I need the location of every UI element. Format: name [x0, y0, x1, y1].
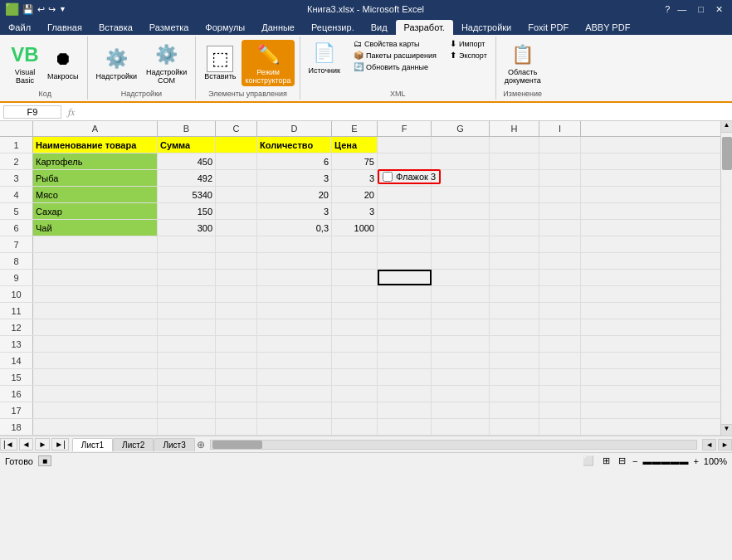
checkbox-flajok3-input[interactable]	[383, 172, 393, 182]
cell-c9[interactable]	[216, 270, 257, 285]
maximize-button[interactable]: □	[694, 4, 708, 14]
cell-h3[interactable]	[490, 170, 539, 186]
scroll-down-button[interactable]: ▼	[721, 424, 732, 436]
oblast-button[interactable]: 📋 Областьдокумента	[501, 40, 544, 86]
cell-f6[interactable]	[378, 220, 432, 236]
cell-e8[interactable]	[332, 253, 378, 269]
cell-h5[interactable]	[490, 203, 539, 219]
cell-e6[interactable]: 1000	[332, 220, 378, 236]
cell-a5[interactable]: Сахар	[33, 203, 158, 219]
tab-developer[interactable]: Разработ.	[396, 20, 453, 35]
zoom-out-button[interactable]: −	[632, 456, 637, 466]
row-num-16[interactable]: 16	[0, 386, 33, 402]
close-button[interactable]: ✕	[711, 4, 727, 15]
vstavit-button[interactable]: ⬚ Вставить	[201, 44, 239, 82]
cell-g4[interactable]	[432, 187, 490, 202]
cell-b10[interactable]	[158, 286, 216, 302]
row-num-1[interactable]: 1	[0, 137, 33, 153]
cell-e5[interactable]: 3	[332, 203, 378, 219]
cell-e7[interactable]	[332, 236, 378, 252]
cell-i1[interactable]	[539, 137, 581, 153]
cell-g9[interactable]	[432, 270, 490, 285]
cell-g7[interactable]	[432, 236, 490, 252]
cell-b5[interactable]: 150	[158, 203, 216, 219]
cell-e10[interactable]	[332, 286, 378, 302]
eksport-button[interactable]: ⬆ Экспорт	[447, 50, 490, 61]
visual-basic-button[interactable]: VB VisualBasic	[8, 40, 41, 86]
cell-a3[interactable]: Рыба	[33, 170, 158, 186]
cell-c5[interactable]	[216, 203, 257, 219]
obnovit-button[interactable]: 🔄 Обновить данные	[350, 61, 440, 72]
cell-i10[interactable]	[539, 286, 581, 302]
import-button[interactable]: ⬇ Импорт	[447, 38, 490, 49]
cell-b8[interactable]	[158, 253, 216, 269]
insert-sheet-button[interactable]: ⊕	[197, 439, 205, 450]
cell-e3[interactable]: 3	[332, 170, 378, 186]
cell-b6[interactable]: 300	[158, 220, 216, 236]
col-header-e[interactable]: E	[332, 121, 378, 136]
cell-d4[interactable]: 20	[257, 187, 332, 202]
cell-d6[interactable]: 0,3	[257, 220, 332, 236]
zoom-level[interactable]: 100%	[704, 456, 727, 466]
cell-a1[interactable]: Наименование товара	[33, 137, 158, 153]
cell-d10[interactable]	[257, 286, 332, 302]
cell-f5[interactable]	[378, 203, 432, 219]
cell-g8[interactable]	[432, 253, 490, 269]
cell-d1[interactable]: Количество	[257, 137, 332, 153]
cell-i9[interactable]	[539, 270, 581, 285]
cell-b7[interactable]	[158, 236, 216, 252]
col-header-c[interactable]: C	[216, 121, 257, 136]
cell-c8[interactable]	[216, 253, 257, 269]
cell-d9[interactable]	[257, 270, 332, 285]
cell-c3[interactable]	[216, 170, 257, 186]
cell-e9[interactable]	[332, 270, 378, 285]
cell-h4[interactable]	[490, 187, 539, 202]
nadstroyki-com-button[interactable]: ⚙️ НадстройкиCOM	[143, 40, 190, 86]
pakety-button[interactable]: 📦 Пакеты расширения	[350, 50, 440, 61]
cell-d7[interactable]	[257, 236, 332, 252]
sheet-nav-last[interactable]: ►|	[51, 438, 69, 450]
cell-i4[interactable]	[539, 187, 581, 202]
sheet-tab-list2[interactable]: Лист2	[113, 438, 154, 451]
row-num-5[interactable]: 5	[0, 203, 33, 219]
row-num-13[interactable]: 13	[0, 336, 33, 352]
cell-a10[interactable]	[33, 286, 158, 302]
cell-h8[interactable]	[490, 253, 539, 269]
horizontal-scrollbar[interactable]	[210, 440, 697, 450]
cell-e2[interactable]: 75	[332, 153, 378, 169]
cell-b2[interactable]: 450	[158, 153, 216, 169]
scroll-up-button[interactable]: ▲	[721, 121, 732, 133]
cell-h9[interactable]	[490, 270, 539, 285]
row-num-4[interactable]: 4	[0, 187, 33, 202]
minimize-button[interactable]: —	[673, 4, 691, 14]
cell-c2[interactable]	[216, 153, 257, 169]
cell-i6[interactable]	[539, 220, 581, 236]
cell-h10[interactable]	[490, 286, 539, 302]
row-num-9[interactable]: 9	[0, 270, 33, 285]
tab-addins[interactable]: Надстройки	[453, 20, 520, 35]
cell-c6[interactable]	[216, 220, 257, 236]
zoom-in-button[interactable]: +	[693, 456, 698, 466]
row-num-8[interactable]: 8	[0, 253, 33, 269]
quick-access-dropdown[interactable]: ▼	[59, 5, 66, 13]
cell-i2[interactable]	[539, 153, 581, 169]
col-header-b[interactable]: B	[158, 121, 216, 136]
cell-e1[interactable]: Цена	[332, 137, 378, 153]
cell-i5[interactable]	[539, 203, 581, 219]
tab-foxit[interactable]: Foxit PDF	[520, 20, 577, 35]
help-icon[interactable]: ?	[665, 4, 670, 14]
rezhim-button[interactable]: ✏️ Режимконструктора	[242, 40, 294, 86]
sheet-nav-next[interactable]: ►	[35, 438, 50, 450]
view-normal-icon[interactable]: ⬜	[581, 455, 596, 466]
col-header-g[interactable]: G	[432, 121, 490, 136]
svoystva-karty-button[interactable]: 🗂 Свойства карты	[350, 38, 440, 49]
cell-d8[interactable]	[257, 253, 332, 269]
cell-a11[interactable]	[33, 303, 158, 319]
undo-icon[interactable]: ↩	[37, 4, 45, 15]
tab-view[interactable]: Вид	[363, 20, 396, 35]
scroll-thumb[interactable]	[722, 137, 732, 170]
cell-f7[interactable]	[378, 236, 432, 252]
tab-insert[interactable]: Вставка	[90, 20, 141, 35]
cell-b4[interactable]: 5340	[158, 187, 216, 202]
sheet-nav-prev[interactable]: ◄	[19, 438, 34, 450]
